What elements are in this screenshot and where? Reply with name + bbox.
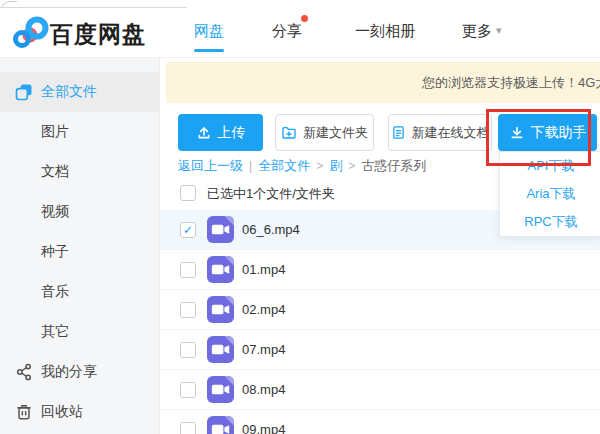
file-row[interactable]: 02.mp4 [160, 290, 600, 330]
notice-text: 您的浏览器支持极速上传！4G大文件 [422, 62, 600, 103]
sidebar-item-docs[interactable]: 文档 [0, 152, 159, 192]
breadcrumb-folder[interactable]: 剧 [329, 157, 342, 175]
menu-item-rpc-download[interactable]: RPC下载 [500, 208, 600, 236]
all-files-icon [14, 82, 34, 102]
sidebar-item-label: 回收站 [41, 403, 83, 421]
sidebar-item-label: 种子 [41, 243, 69, 261]
new-online-doc-button-label: 新建在线文档 [412, 124, 490, 142]
file-name[interactable]: 07.mp4 [242, 342, 285, 357]
tab-album[interactable]: 一刻相册 [355, 22, 415, 41]
file-name[interactable]: 09.mp4 [242, 422, 285, 434]
file-row[interactable]: 09.mp4 [160, 410, 600, 434]
breadcrumb-arrow: > [316, 159, 323, 173]
browser-chrome-strip [0, 0, 600, 8]
baidu-netdisk-page: 百度网盘 网盘 分享 一刻相册 更多 ▾ 全部文件 图片 文档 视频 [0, 0, 600, 434]
sidebar-item-label: 图片 [41, 123, 69, 141]
download-icon [509, 125, 525, 141]
sidebar: 全部文件 图片 文档 视频 种子 音乐 其它 我的分享 [0, 58, 160, 434]
chevron-down-icon: ▾ [496, 24, 502, 37]
document-icon [391, 125, 406, 140]
breadcrumb-current: 古惑仔系列 [361, 157, 426, 175]
video-file-icon [207, 296, 234, 323]
new-online-doc-button[interactable]: 新建在线文档 [388, 114, 492, 151]
sidebar-item-label: 全部文件 [41, 83, 97, 101]
upload-button-label: 上传 [218, 124, 246, 142]
trash-icon [14, 402, 34, 422]
sidebar-item-label: 我的分享 [41, 363, 97, 381]
sidebar-item-videos[interactable]: 视频 [0, 192, 159, 232]
folder-plus-icon [281, 125, 297, 141]
video-file-icon [207, 416, 234, 434]
row-checkbox[interactable] [180, 422, 196, 434]
tab-netdisk[interactable]: 网盘 [194, 22, 224, 41]
menu-item-aria-download[interactable]: Aria下载 [500, 180, 600, 208]
file-list: ✓ 06_6.mp4 01.mp4 [160, 210, 600, 434]
sidebar-item-my-share[interactable]: 我的分享 [0, 352, 159, 392]
file-name[interactable]: 02.mp4 [242, 302, 285, 317]
brand-title: 百度网盘 [50, 19, 146, 50]
file-row[interactable]: 07.mp4 [160, 330, 600, 370]
share-nodes-icon [14, 362, 34, 382]
sidebar-item-images[interactable]: 图片 [0, 112, 159, 152]
breadcrumb-arrow: > [348, 159, 355, 173]
sidebar-item-label: 视频 [41, 203, 69, 221]
tab-share[interactable]: 分享 [272, 22, 302, 41]
sidebar-item-music[interactable]: 音乐 [0, 272, 159, 312]
file-row[interactable]: 08.mp4 [160, 370, 600, 410]
download-helper-menu: API下载 Aria下载 RPC下载 [499, 151, 600, 237]
file-name[interactable]: 06_6.mp4 [242, 222, 300, 237]
video-file-icon [207, 336, 234, 363]
share-notification-dot [301, 15, 308, 22]
file-row[interactable]: 01.mp4 [160, 250, 600, 290]
sidebar-item-label: 其它 [41, 323, 69, 341]
upload-icon [196, 125, 212, 141]
sidebar-item-label: 音乐 [41, 283, 69, 301]
app-header: 百度网盘 网盘 分享 一刻相册 更多 ▾ [0, 8, 600, 58]
row-checkbox[interactable] [180, 262, 196, 278]
active-tab-underline [194, 49, 224, 52]
sidebar-item-recycle-bin[interactable]: 回收站 [0, 392, 159, 432]
video-file-icon [207, 216, 234, 243]
video-file-icon [207, 256, 234, 283]
sidebar-item-label: 文档 [41, 163, 69, 181]
breadcrumb-back-link[interactable]: 返回上一级 [178, 157, 243, 175]
download-helper-button[interactable]: 下载助手 [498, 114, 597, 151]
speed-upload-notice: 您的浏览器支持极速上传！4G大文件 [166, 62, 600, 103]
video-file-icon [207, 376, 234, 403]
tab-more[interactable]: 更多 [462, 22, 492, 41]
breadcrumb-all-files[interactable]: 全部文件 [258, 157, 310, 175]
sidebar-item-other[interactable]: 其它 [0, 312, 159, 352]
menu-item-api-download[interactable]: API下载 [500, 152, 600, 180]
baidu-netdisk-logo-icon [12, 15, 50, 55]
file-name[interactable]: 08.mp4 [242, 382, 285, 397]
new-folder-button[interactable]: 新建文件夹 [275, 114, 374, 151]
download-helper-button-label: 下载助手 [531, 124, 587, 142]
row-checkbox[interactable] [180, 302, 196, 318]
upload-button[interactable]: 上传 [178, 114, 263, 151]
row-checkbox[interactable] [180, 342, 196, 358]
sidebar-item-all-files[interactable]: 全部文件 [0, 72, 159, 112]
row-checkbox[interactable] [180, 382, 196, 398]
selection-count-label: 已选中1个文件/文件夹 [207, 185, 335, 203]
select-all-checkbox[interactable] [180, 185, 196, 201]
file-name[interactable]: 01.mp4 [242, 262, 285, 277]
new-folder-button-label: 新建文件夹 [303, 124, 368, 142]
row-checkbox[interactable]: ✓ [180, 222, 196, 238]
sidebar-item-seeds[interactable]: 种子 [0, 232, 159, 272]
breadcrumb-divider: | [249, 159, 252, 173]
breadcrumb: 返回上一级 | 全部文件 > 剧 > 古惑仔系列 [178, 157, 426, 175]
